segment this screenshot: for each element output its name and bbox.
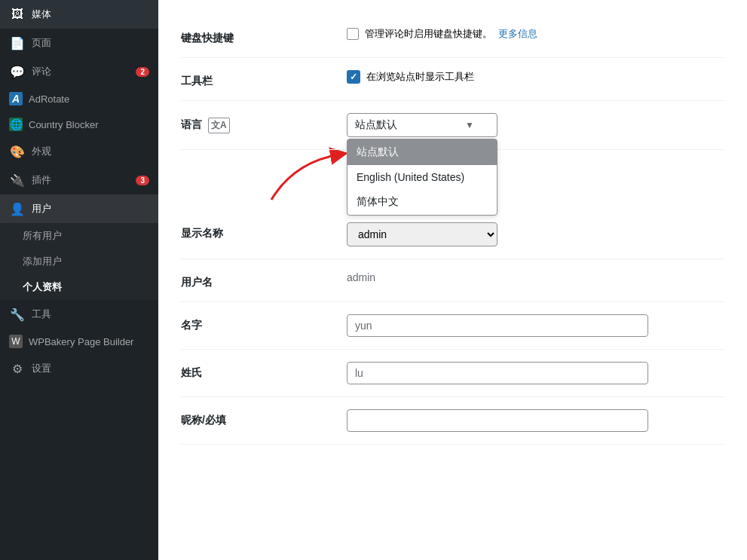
users-submenu: 所有用户 添加用户 个人资料 <box>0 223 158 300</box>
comments-icon: 💬 <box>9 63 26 80</box>
keyboard-shortcuts-label: 键盘快捷键 <box>181 27 347 45</box>
keyboard-shortcuts-row: 键盘快捷键 管理评论时启用键盘快捷键。 更多信息 <box>181 15 724 58</box>
sidebar-label-country-blocker: Country Blocker <box>29 119 149 130</box>
users-icon: 👤 <box>9 200 26 217</box>
sidebar-label-adrotate: AdRotate <box>29 93 149 105</box>
appearance-icon: 🎨 <box>9 143 26 160</box>
nickname-control <box>347 409 724 432</box>
nickname-row: 昵称/必填 <box>181 397 724 445</box>
country-blocker-icon: 🌐 <box>9 118 23 131</box>
lastname-input[interactable] <box>347 362 648 384</box>
sidebar-item-users[interactable]: 👤 用户 <box>0 194 158 223</box>
firstname-control <box>347 314 724 337</box>
sidebar-item-profile[interactable]: 个人资料 <box>0 274 158 300</box>
language-chevron-icon: ▼ <box>465 120 474 130</box>
sidebar-label-media: 媒体 <box>32 8 149 21</box>
username-value: admin <box>347 271 375 283</box>
language-label: 语言 文A <box>181 113 347 133</box>
lastname-row: 姓氏 <box>181 350 724 397</box>
keyboard-shortcuts-checkbox[interactable] <box>347 28 359 40</box>
nickname-input[interactable] <box>347 409 648 432</box>
sidebar-label-settings: 设置 <box>32 362 149 375</box>
profile-label: 个人资料 <box>23 280 149 294</box>
sidebar-label-appearance: 外观 <box>32 145 149 158</box>
language-control: 站点默认 ▼ 站点默认 English (United States) 简体中文 <box>347 113 724 137</box>
language-select[interactable]: 站点默认 ▼ <box>347 113 497 137</box>
display-name-control: admin <box>347 222 724 246</box>
firstname-label: 名字 <box>181 314 347 332</box>
firstname-input[interactable] <box>347 314 648 337</box>
firstname-row: 名字 <box>181 302 724 350</box>
keyboard-shortcuts-control: 管理评论时启用键盘快捷键。 更多信息 <box>347 27 724 41</box>
sidebar-item-settings[interactable]: ⚙ 设置 <box>0 354 158 383</box>
all-users-label: 所有用户 <box>23 229 149 243</box>
language-option-chinese[interactable]: 简体中文 <box>347 189 497 215</box>
username-row: 用户名 admin <box>181 259 724 302</box>
adrotate-icon: A <box>9 92 23 106</box>
pages-icon: 📄 <box>9 35 26 51</box>
sidebar-item-all-users[interactable]: 所有用户 <box>0 223 158 249</box>
add-user-label: 添加用户 <box>23 255 149 268</box>
language-row: 语言 文A 站点默认 ▼ 站点默认 English (United States… <box>181 101 724 150</box>
language-option-english[interactable]: English (United States) <box>347 165 497 189</box>
wpbakery-icon: W <box>9 335 23 348</box>
settings-icon: ⚙ <box>9 360 26 377</box>
username-control: admin <box>347 271 724 283</box>
sidebar-item-country-blocker[interactable]: 🌐 Country Blocker <box>0 112 158 137</box>
language-icon: 文A <box>208 118 230 133</box>
username-label: 用户名 <box>181 271 347 289</box>
keyboard-shortcuts-checkbox-row: 管理评论时启用键盘快捷键。 更多信息 <box>347 27 724 41</box>
sidebar-label-comments: 评论 <box>32 65 133 78</box>
toolbar-checkbox[interactable] <box>347 70 360 84</box>
toolbar-text: 在浏览站点时显示工具栏 <box>366 70 474 84</box>
toolbar-row: 工具栏 在浏览站点时显示工具栏 <box>181 58 724 101</box>
sidebar-item-appearance[interactable]: 🎨 外观 <box>0 137 158 166</box>
sidebar-item-comments[interactable]: 💬 评论 2 <box>0 57 158 86</box>
sidebar-item-media[interactable]: 🖼 媒体 <box>0 0 158 29</box>
sidebar-item-add-user[interactable]: 添加用户 <box>0 249 158 274</box>
display-name-select[interactable]: admin <box>347 222 497 246</box>
language-red-arrow <box>249 147 354 207</box>
media-icon: 🖼 <box>9 6 26 23</box>
sidebar-item-plugins[interactable]: 🔌 插件 3 <box>0 166 158 194</box>
language-select-wrapper: 站点默认 ▼ 站点默认 English (United States) 简体中文 <box>347 113 497 137</box>
sidebar-item-adrotate[interactable]: A AdRotate <box>0 86 158 112</box>
language-selected-value: 站点默认 <box>355 118 397 132</box>
nickname-label: 昵称/必填 <box>181 409 347 427</box>
sidebar: 🖼 媒体 📄 页面 💬 评论 2 A AdRotate 🌐 Country Bl… <box>0 0 158 560</box>
lastname-control <box>347 362 724 384</box>
sidebar-label-tools: 工具 <box>32 308 149 321</box>
sidebar-label-wpbakery: WPBakery Page Builder <box>29 336 149 347</box>
sidebar-label-users: 用户 <box>32 202 149 216</box>
main-content: 键盘快捷键 管理评论时启用键盘快捷键。 更多信息 工具栏 在浏览站点时显示工具栏… <box>158 0 747 560</box>
lastname-label: 姓氏 <box>181 362 347 380</box>
toolbar-control: 在浏览站点时显示工具栏 <box>347 70 724 84</box>
language-option-default[interactable]: 站点默认 <box>347 139 497 165</box>
sidebar-label-pages: 页面 <box>32 36 149 50</box>
display-name-row: 显示名称 admin <box>181 210 724 259</box>
display-name-label: 显示名称 <box>181 222 347 240</box>
sidebar-item-pages[interactable]: 📄 页面 <box>0 29 158 57</box>
keyboard-shortcuts-text: 管理评论时启用键盘快捷键。 <box>365 27 492 41</box>
tools-icon: 🔧 <box>9 306 26 323</box>
sidebar-item-wpbakery[interactable]: W WPBakery Page Builder <box>0 329 158 354</box>
plugins-badge: 3 <box>136 176 149 185</box>
comments-badge: 2 <box>136 67 149 77</box>
sidebar-label-plugins: 插件 <box>32 173 133 187</box>
keyboard-shortcuts-link[interactable]: 更多信息 <box>498 27 537 41</box>
toolbar-checkbox-row: 在浏览站点时显示工具栏 <box>347 70 724 84</box>
sidebar-item-tools[interactable]: 🔧 工具 <box>0 300 158 329</box>
plugins-icon: 🔌 <box>9 172 26 188</box>
toolbar-label: 工具栏 <box>181 70 347 88</box>
language-dropdown: 站点默认 English (United States) 简体中文 <box>347 139 497 216</box>
